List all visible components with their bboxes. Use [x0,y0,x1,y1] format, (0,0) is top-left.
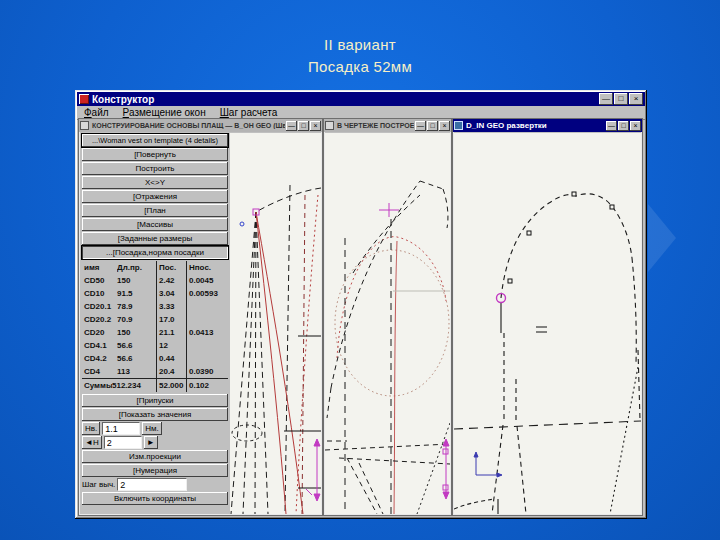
app-titlebar[interactable]: Конструктор — □ × [77,92,645,106]
maximize-button[interactable]: □ [614,93,628,105]
nv-input[interactable] [102,422,140,435]
table-row[interactable]: CD411320.40.0390 [82,365,228,378]
table-cell: Пос. [156,261,186,274]
table-cell: 17.0 [156,313,186,326]
child-window-geo: D_IN GEO развертки — □ × [452,118,643,516]
child1-titlebar[interactable]: КОНСТРУИРОВАНИЕ ОСНОВЫ ПЛАЩ — В_ОН GEO (… [79,119,322,132]
panel-button[interactable]: [План [82,204,228,217]
slide-title: II вариант Посадка 52мм [0,34,720,78]
table-cell [186,313,228,326]
child3-window-icon [454,121,463,130]
template-header-button[interactable]: ...\Woman vest on template (4 details) [82,134,228,147]
child1-maximize-button[interactable]: □ [298,121,309,131]
table-cell: Нпос. [186,261,228,274]
table-cell: 52.000 [156,379,186,392]
pattern-node-blue [240,222,244,226]
table-cell: CD4.1 [82,339,117,352]
table-row[interactable]: CD4.156.612 [82,339,228,352]
h-input[interactable] [104,436,142,449]
child1-close-button[interactable]: × [310,121,321,131]
drawing-canvas-1[interactable] [230,133,321,514]
pripuski-button[interactable]: [Припуски [82,394,228,407]
table-cell: CD20.2 [82,313,117,326]
pattern-dashed-lines [231,185,321,514]
table-row[interactable]: CD2015021.10.0413 [82,326,228,339]
table-cell: 91.5 [117,287,156,300]
table-cell: 20.4 [156,365,186,378]
panel-button[interactable]: Построить [82,162,228,175]
table-row[interactable]: CD20.178.93.33 [82,300,228,313]
child2-title: В ЧЕРТЕЖЕ ПОСТРОЕНИЯ [335,122,414,129]
minimize-button[interactable]: — [599,93,613,105]
pattern-magenta-markers-2 [379,203,449,499]
table-cell: Дл.пр. [117,261,156,274]
izm-projections-button[interactable]: Изм.проекции [82,450,228,463]
child3-close-button[interactable]: × [630,121,641,131]
table-cell: 150 [117,326,156,339]
child1-window-icon [80,121,89,130]
black-dashed-curves [325,181,450,514]
child2-maximize-button[interactable]: □ [427,121,438,131]
table-row[interactable]: CD1091.53.040.00593 [82,287,228,300]
tool-buttons: [ПовернутьПостроитьX<>Y[Отражения[План[М… [82,148,228,259]
panel-button[interactable]: [Заданные размеры [82,232,228,245]
table-cell: 0.0390 [186,365,228,378]
nm-button[interactable]: Нм. [142,422,162,435]
menu-item[interactable]: Файл [77,107,116,118]
table-cell: 78.9 [117,300,156,313]
curve-nodes [508,192,614,283]
table-row[interactable]: CD4.256.60.44 [82,352,228,365]
panel-button[interactable]: [Отражения [82,190,228,203]
child2-client[interactable] [325,133,450,514]
child3-minimize-button[interactable]: — [606,121,617,131]
child1-minimize-button[interactable]: — [286,121,297,131]
h-prev-button[interactable]: ◄Н [82,436,102,449]
h-next-button[interactable]: ► [144,436,158,449]
child2-minimize-button[interactable]: — [415,121,426,131]
close-button[interactable]: × [629,93,643,105]
table-cell: 0.0045 [186,274,228,287]
app-icon [79,94,89,104]
child3-client[interactable] [454,133,641,514]
table-cell: 12 [156,339,186,352]
table-cell: 2.42 [156,274,186,287]
nv-button[interactable]: Нв. [82,422,100,435]
show-values-button[interactable]: [Показать значения [82,408,228,421]
pattern-drawing-1 [230,133,321,514]
child3-maximize-button[interactable]: □ [618,121,629,131]
table-cell: 0.00593 [186,287,228,300]
table-cell: 56.6 [117,352,156,365]
table-cell: 512.234 [112,379,156,392]
child2-titlebar[interactable]: В ЧЕРТЕЖЕ ПОСТРОЕНИЯ — □ × [324,119,451,132]
table-cell: 0.102 [186,379,228,392]
app-title: Конструктор [92,94,599,105]
table-cell: CD50 [82,274,117,287]
menu-item[interactable]: Размещение окон [116,107,213,118]
step-input[interactable] [117,478,187,491]
child2-close-button[interactable]: × [439,121,450,131]
child3-title: D_IN GEO развертки [464,121,605,130]
numeration-button[interactable]: [Нумерация [82,464,228,477]
child3-titlebar[interactable]: D_IN GEO развертки — □ × [453,119,642,132]
table-cell: 21.1 [156,326,186,339]
table-cell: CD4.2 [82,352,117,365]
slide-title-line2: Посадка 52мм [0,56,720,78]
table-cell: 0.0413 [186,326,228,339]
coords-button[interactable]: Включить координаты [82,492,228,505]
table-cell [186,352,228,365]
pattern-red-curves [256,195,318,514]
panel-button[interactable]: X<>Y [82,176,228,189]
panel-button[interactable]: [Массивы [82,218,228,231]
panel-button[interactable]: [Повернуть [82,148,228,161]
panel-button[interactable]: ...[Посадка,норма посадки [82,246,228,259]
sleeve-circle [335,250,449,396]
table-row[interactable]: CD20.270.917.0 [82,313,228,326]
menu-item[interactable]: Шаг расчета [213,107,285,118]
child-window-construct: КОНСТРУИРОВАНИЕ ОСНОВЫ ПЛАЩ — В_ОН GEO (… [78,118,323,516]
table-cell: CD10 [82,287,117,300]
control-panel: ...\Woman vest on template (4 details) [… [80,133,230,514]
table-cell: 3.33 [156,300,186,313]
table-cell: 150 [117,274,156,287]
table-cell: 113 [117,365,156,378]
table-row[interactable]: CD501502.420.0045 [82,274,228,287]
